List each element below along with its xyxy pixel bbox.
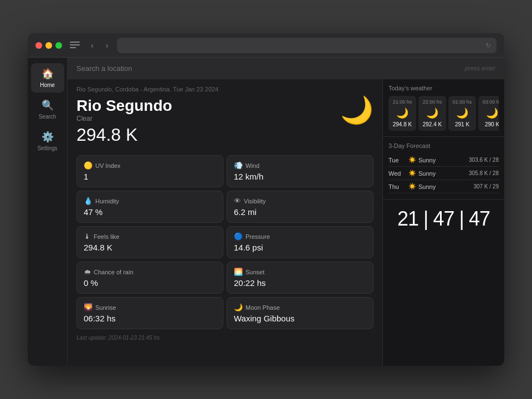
uv-value: 1 <box>84 172 216 181</box>
weather-grid: 🟡 UV Index 1 💨 Wind 12 km/h <box>76 155 374 329</box>
close-button[interactable] <box>35 42 42 49</box>
forward-button[interactable]: › <box>103 39 112 52</box>
main-weather-icon: 🌙 <box>340 97 374 124</box>
big-numbers-section: 21 | 47 | 47 <box>383 199 504 238</box>
hourly-temp-3: 290 K <box>485 121 499 127</box>
pressure-label-text: Pressure <box>245 233 270 240</box>
minimize-button[interactable] <box>45 42 52 49</box>
weather-condition: Clear <box>76 115 172 122</box>
pressure-card: 🔵 Pressure 14.6 psi <box>227 226 374 258</box>
visibility-label-text: Visibility <box>244 198 266 204</box>
forecast-day-0: Tue <box>388 157 405 163</box>
settings-icon: ⚙️ <box>42 131 54 143</box>
sidebar-item-home[interactable]: 🏠 Home <box>31 63 64 93</box>
forecast-condition-1: ☀️ Sunny <box>408 170 469 177</box>
wind-value: 12 km/h <box>234 172 366 181</box>
back-button[interactable]: ‹ <box>88 39 97 52</box>
pressure-value: 14.6 psi <box>234 243 366 252</box>
forecast-day-1: Wed <box>388 170 405 177</box>
sunrise-label: 🌄 Sunrise <box>84 303 216 311</box>
hourly-temp-0: 294.8 K <box>393 121 412 127</box>
forecast-title: 3-Day Forecast <box>388 142 499 149</box>
rain-label-text: Chance of rain <box>94 269 134 275</box>
city-name: Rio Segundo <box>76 97 172 115</box>
hourly-temp-1: 292.4 K <box>423 121 442 127</box>
sunrise-value: 06:32 hs <box>84 314 216 323</box>
feels-like-value: 294.8 K <box>84 243 216 252</box>
visibility-card: 👁 Visibility 6.2 mi <box>227 191 374 223</box>
address-input[interactable] <box>122 42 482 49</box>
hourly-scroll: 21:00 hs 🌙 294.8 K 22:00 hs 🌙 292.4 K 01… <box>388 96 499 131</box>
humidity-value: 47 % <box>84 207 216 217</box>
todays-weather-title: Today's weather <box>388 85 499 91</box>
forecast-cond-text-2: Sunny <box>418 183 436 190</box>
feels-like-icon: 🌡 <box>84 232 91 241</box>
sunset-value: 20:22 hs <box>234 278 366 288</box>
sunrise-label-text: Sunrise <box>95 304 116 311</box>
search-icon: 🔍 <box>42 99 54 111</box>
uv-label-text: UV Index <box>95 162 120 169</box>
visibility-icon: 👁 <box>234 197 241 205</box>
sidebar-item-settings[interactable]: ⚙️ Settings <box>31 126 64 156</box>
last-update: Last update: 2024-01-23 21:45 hs <box>76 335 374 341</box>
hourly-item-2: 01:00 hs 🌙 291 K <box>448 96 476 131</box>
sunset-label-text: Sunset <box>245 269 264 275</box>
uv-index-card: 🟡 UV Index 1 <box>76 155 223 187</box>
rain-card: 🌧 Chance of rain 0 % <box>76 262 223 294</box>
uv-icon: 🟡 <box>84 161 93 170</box>
pressure-label: 🔵 Pressure <box>234 232 366 241</box>
forecast-icon-0: ☀️ <box>408 156 416 163</box>
weather-right-panel: Today's weather 21:00 hs 🌙 294.8 K 22:00… <box>382 79 504 366</box>
wind-label-text: Wind <box>245 162 259 169</box>
forecast-icon-1: ☀️ <box>408 170 416 177</box>
feels-like-card: 🌡 Feels like 294.8 K <box>76 226 223 258</box>
sunset-icon: 🌅 <box>234 268 243 276</box>
moon-phase-label-text: Moon Phase <box>245 304 280 311</box>
hourly-icon-1: 🌙 <box>426 107 438 119</box>
forecast-row-2: Thu ☀️ Sunny 307 K / 29 <box>388 180 499 193</box>
sunrise-card: 🌄 Sunrise 06:32 hs <box>76 297 223 329</box>
sidebar-item-search[interactable]: 🔍 Search <box>31 95 64 124</box>
forecast-temp-1: 305.8 K / 28 <box>469 170 499 176</box>
moon-phase-value: Waxing Gibbous <box>234 314 366 323</box>
forecast-section: 3-Day Forecast Tue ☀️ Sunny 303.6 K / 28… <box>383 136 504 199</box>
search-input-wrap[interactable] <box>76 63 465 73</box>
press-enter-hint: press enter <box>465 65 495 71</box>
moon-phase-card: 🌙 Moon Phase Waxing Gibbous <box>227 297 374 329</box>
forecast-temp-2: 307 K / 29 <box>473 183 499 190</box>
rain-label: 🌧 Chance of rain <box>84 268 216 276</box>
search-input[interactable] <box>76 64 465 73</box>
moon-icon: 🌙 <box>234 303 243 311</box>
sunrise-icon: 🌄 <box>84 303 93 311</box>
forecast-condition-0: ☀️ Sunny <box>408 156 469 163</box>
humidity-card: 💧 Humidity 47 % <box>76 191 223 223</box>
visibility-value: 6.2 mi <box>234 207 366 217</box>
feels-like-label: 🌡 Feels like <box>84 232 216 241</box>
hourly-icon-2: 🌙 <box>456 107 468 119</box>
hourly-item-0: 21:00 hs 🌙 294.8 K <box>388 96 416 131</box>
humidity-icon: 💧 <box>84 197 93 205</box>
wind-card: 💨 Wind 12 km/h <box>227 155 374 187</box>
forecast-day-2: Thu <box>388 183 405 190</box>
browser-window: ‹ › ↻ 🏠 Home 🔍 Search ⚙️ Settings <box>28 33 504 366</box>
wind-label: 💨 Wind <box>234 161 366 170</box>
humidity-label-text: Humidity <box>95 198 119 204</box>
sidebar-item-settings-label: Settings <box>37 145 57 151</box>
city-info: Rio Segundo Clear 294.8 K <box>76 97 172 153</box>
forecast-icon-2: ☀️ <box>408 183 416 190</box>
hourly-time-1: 22:00 hs <box>423 99 442 105</box>
main-content: press enter Rio Segundo, Cordoba - Argen… <box>68 58 504 366</box>
feels-like-label-text: Feels like <box>94 233 119 240</box>
sidebar-toggle-icon[interactable] <box>70 42 80 49</box>
address-bar[interactable]: ↻ <box>117 38 497 53</box>
sidebar-item-search-label: Search <box>39 114 57 120</box>
hourly-icon-3: 🌙 <box>486 107 498 119</box>
maximize-button[interactable] <box>55 42 62 49</box>
sunset-label: 🌅 Sunset <box>234 268 366 276</box>
visibility-label: 👁 Visibility <box>234 197 366 205</box>
hourly-item-3: 03:00 hs 🌙 290 K <box>478 96 499 131</box>
app-container: 🏠 Home 🔍 Search ⚙️ Settings press enter <box>28 58 504 366</box>
forecast-cond-text-1: Sunny <box>418 170 436 177</box>
rain-icon: 🌧 <box>84 268 91 276</box>
traffic-lights <box>35 42 62 49</box>
